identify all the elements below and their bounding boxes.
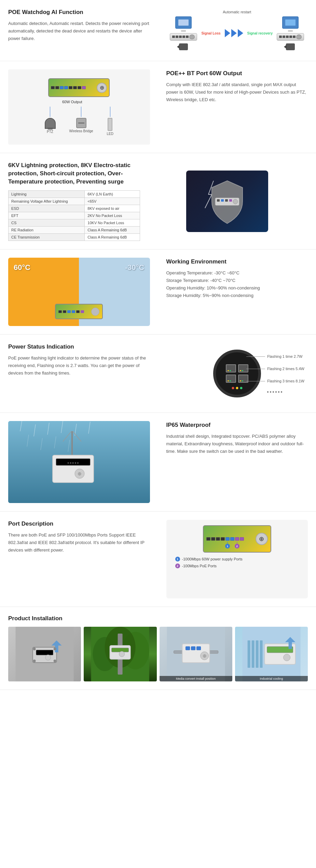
temp-cold: -30°C (125, 263, 144, 272)
svg-rect-43 (112, 648, 129, 652)
right-device (277, 16, 304, 50)
table-cell-key: Lightning (9, 191, 85, 198)
table-cell-key: RE Radiation (9, 227, 85, 234)
svg-rect-4 (217, 199, 220, 202)
temperature-section: 60°C -30°C Working Environmen (0, 249, 316, 335)
table-cell-key: CS (9, 219, 85, 227)
svg-point-8 (233, 199, 238, 204)
temp-switch-overlay (55, 304, 103, 319)
signal-recovery-text: Signal recovery (247, 31, 273, 35)
led-label: LED (107, 132, 113, 136)
monitor-left (175, 16, 192, 29)
install-svg-1 (8, 627, 81, 681)
port-legend: 1 -1000Mbps 60W power supply Ports 2 -10… (175, 557, 243, 568)
poe-plus-diagram: ⊕ 60W Output PTZ (8, 69, 150, 145)
shield-image (186, 171, 268, 232)
installation-title: Product Installation (8, 615, 308, 622)
poe-plus-description: Comply with IEEE 802.3af / at/bt standar… (166, 81, 308, 104)
install-image-4: Industrial cooling (235, 627, 308, 681)
switch-left (170, 33, 197, 41)
svg-point-33 (33, 648, 36, 650)
ptz-connector: PTZ (45, 107, 56, 134)
working-env-line: Operating Humidity: 10%~90% non-condensi… (166, 284, 308, 292)
svg-rect-50 (196, 647, 201, 650)
poe-plus-section: ⊕ 60W Output PTZ (0, 61, 316, 153)
svg-rect-6 (225, 199, 228, 202)
watchdog-diagram-area: Automatic restart (158, 0, 316, 61)
svg-rect-54 (247, 640, 250, 668)
dots-row (267, 391, 304, 393)
svg-point-36 (54, 660, 56, 662)
svg-rect-5 (221, 199, 224, 202)
auto-restart-label: Automatic restart (223, 10, 251, 14)
svg-rect-49 (191, 647, 195, 650)
table-cell-key: ESD (9, 205, 85, 212)
table-cell-value: Class A Remaining 6dB (85, 234, 140, 241)
camera-right (286, 43, 295, 50)
legend-item-2: 2 -100Mbps PoE Ports (175, 564, 243, 568)
waterproof-title: IP65 Waterproof (166, 421, 308, 429)
working-env-title: Working Environment (166, 258, 308, 266)
port-desc-title: Port Description (8, 520, 150, 528)
installation-images: ⊕ Media convert Install position (8, 627, 308, 681)
install-label-3: Media convert Install position (160, 676, 232, 681)
eth-port-3 (226, 375, 236, 383)
port-desc-image-area: 1 2 ⊕ 1 -1000Mbps 60W power supply Ports (158, 512, 316, 607)
ptz-label: PTZ (47, 130, 53, 134)
svg-rect-55 (251, 640, 254, 668)
table-row: ESD8KV exposed to air (9, 205, 140, 212)
flash-line-2: Flashing 2 times 5.4W (246, 367, 304, 371)
poe-switch-device: ⊕ (48, 78, 110, 97)
poe-plus-text: POE++ BT Port 60W Output Comply with IEE… (158, 61, 316, 153)
working-env-lines: Operating Temperature: -30°C ~60°CStorag… (166, 269, 308, 299)
svg-rect-20 (71, 431, 73, 459)
camera-left (179, 43, 188, 50)
table-row: CE TransmissionClass A Remaining 6dB (9, 234, 140, 241)
flash-lines: Flashing 1 time 2.7W Flashing 2 times 5.… (246, 354, 304, 393)
table-cell-value: <65V (85, 198, 140, 205)
table-cell-key: EFT (9, 212, 85, 219)
power-status-title: Power Status Indication (8, 343, 150, 351)
working-env-text: Working Environment Operating Temperatur… (158, 249, 316, 334)
switch-right (277, 33, 304, 41)
shield-svg (193, 174, 261, 229)
table-cell-value: 2KV No Packet Loss (85, 212, 140, 219)
svg-rect-56 (256, 640, 258, 668)
table-cell-value: 10KV No Packet Loss (85, 219, 140, 227)
svg-point-44 (119, 651, 125, 657)
flash-line-2-text: Flashing 2 times 5.4W (267, 367, 304, 371)
temperature-image: 60°C -30°C (8, 258, 150, 326)
install-svg-2 (84, 627, 156, 681)
legend-item-1: 1 -1000Mbps 60W power supply Ports (175, 557, 243, 561)
lightning-text-col: 6KV Lightning protection, 8KV Electro-st… (8, 161, 140, 241)
power-status-text: Power Status Indication PoE power flashi… (0, 335, 158, 412)
legend-text-1: -1000Mbps 60W power supply Ports (182, 557, 243, 561)
waterproof-text: IP65 Waterproof Industrial shell design,… (158, 413, 316, 511)
port-desc-text: Port Description There are both PoE and … (0, 512, 158, 607)
temp-hot: 60°C (14, 263, 30, 272)
device-top-view: 1 2 ⊕ (203, 525, 271, 553)
lightning-image-col (147, 161, 308, 241)
svg-point-35 (33, 660, 36, 662)
install-image-1 (8, 627, 81, 681)
flash-line-1: Flashing 1 time 2.7W (246, 354, 304, 358)
svg-point-31 (45, 655, 51, 660)
left-device (170, 16, 197, 50)
flash-line-3-text: Flashing 3 times 8.1W (267, 379, 304, 383)
port-desc-description: There are both PoE and SFP 100/1000Mbps … (8, 531, 150, 554)
waterproof-image-area: ■ ■ ■ ■ ■ ⊕ (0, 413, 158, 511)
legend-text-2: -100Mbps PoE Ports (182, 564, 217, 568)
poe-plus-title: POE++ BT Port 60W Output (166, 69, 308, 78)
temperature-image-area: 60°C -30°C (0, 249, 158, 334)
install-svg-3: ⊕ (160, 627, 232, 681)
waterproof-image: ■ ■ ■ ■ ■ ⊕ (8, 421, 150, 503)
table-row: CS10KV No Packet Loss (9, 219, 140, 227)
rain-svg: ■ ■ ■ ■ ■ ⊕ (8, 421, 150, 503)
table-cell-value: 6KV (LN Earth) (85, 191, 140, 198)
svg-rect-7 (229, 199, 232, 202)
legend-badge-1: 1 (175, 557, 180, 561)
lightning-section: 6KV Lightning protection, 8KV Electro-st… (0, 153, 316, 249)
install-image-3: ⊕ Media convert Install position (160, 627, 232, 681)
svg-point-60 (283, 654, 290, 661)
watchdog-section: POE Watchdog AI Function Automatic detec… (0, 0, 316, 61)
